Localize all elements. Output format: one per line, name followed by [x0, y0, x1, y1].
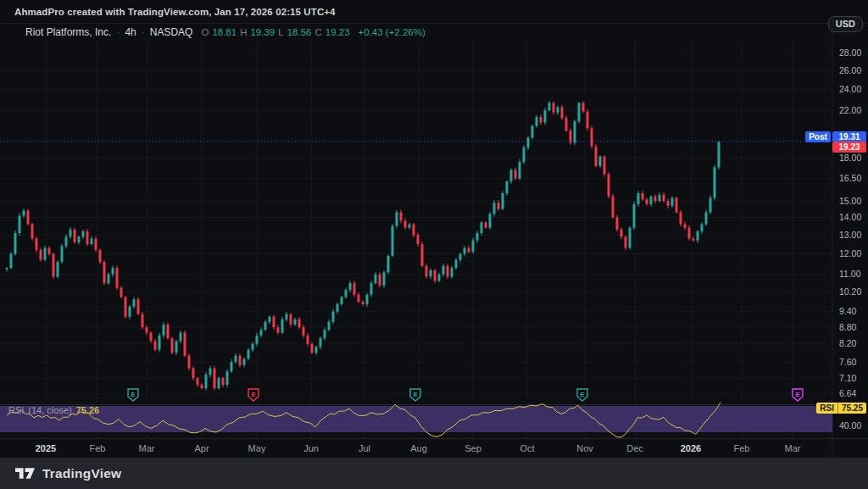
candlestick-series — [6, 101, 721, 391]
svg-text:Oct: Oct — [520, 443, 534, 453]
svg-text:Dec: Dec — [626, 443, 643, 453]
tradingview-footer: TradingView — [0, 458, 868, 489]
screenshot-header-bar: AhmadPro created with TradingView.com, J… — [0, 0, 868, 24]
currency-toggle-button[interactable]: USD — [828, 16, 863, 32]
close-label: C — [314, 27, 321, 37]
svg-text:18.00: 18.00 — [839, 153, 861, 163]
change-value: +0.43 (+2.26%) — [359, 27, 426, 37]
earnings-markers: EEEEE — [128, 389, 803, 401]
rsi-params: (14, close) — [28, 405, 71, 415]
time-axis-labels[interactable]: 2025FebMarAprMayJunJulAugSepOctNovDec202… — [36, 443, 801, 453]
exchange-label: NASDAQ — [150, 26, 193, 38]
rsi-badge-value: 75.25 — [838, 403, 866, 414]
legend-separator: · — [142, 26, 145, 38]
rsi-indicator-legend[interactable]: RSI (14, close) 75.26 — [8, 405, 99, 415]
tradingview-logo-icon[interactable] — [15, 465, 35, 481]
attribution-note: AhmadPro created with TradingView.com, J… — [14, 7, 336, 17]
svg-text:Feb: Feb — [734, 443, 750, 453]
interval-label[interactable]: 4h — [125, 26, 136, 38]
svg-text:Aug: Aug — [410, 443, 427, 453]
svg-text:13.00: 13.00 — [839, 230, 861, 240]
svg-text:15.00: 15.00 — [839, 196, 861, 206]
svg-text:Jul: Jul — [359, 443, 370, 453]
rsi-current-value: 75.26 — [76, 405, 100, 415]
svg-text:2026: 2026 — [681, 443, 701, 453]
low-value: 18.56 — [287, 27, 312, 37]
chart-canvas[interactable]: EEEEE28.0026.0024.0022.0018.0016.5015.00… — [0, 0, 868, 489]
svg-text:Nov: Nov — [576, 443, 593, 453]
svg-text:28.00: 28.00 — [839, 47, 861, 58]
rsi-name: RSI — [8, 405, 24, 415]
tradingview-brand-text[interactable]: TradingView — [42, 466, 121, 481]
svg-text:E: E — [580, 391, 584, 398]
svg-text:Feb: Feb — [90, 443, 106, 453]
svg-text:10.20: 10.20 — [839, 286, 861, 297]
low-label: L — [278, 27, 283, 37]
svg-text:7.60: 7.60 — [839, 357, 857, 367]
svg-text:E: E — [131, 391, 135, 398]
svg-text:May: May — [248, 443, 266, 453]
legend-separator: · — [116, 26, 120, 38]
svg-text:16.50: 16.50 — [839, 173, 861, 183]
tradingview-chart-window: EEEEE28.0026.0024.0022.0018.0016.5015.00… — [0, 0, 868, 489]
svg-text:E: E — [413, 391, 417, 398]
open-label: O — [201, 27, 209, 37]
last-price-label: 19.23 — [832, 142, 866, 153]
ohlc-values: O 18.81 H 19.39 L 18.56 C 19.23 — [201, 27, 349, 37]
svg-text:11.00: 11.00 — [839, 269, 861, 279]
rsi-badge-label: RSI — [816, 403, 838, 414]
svg-text:7.10: 7.10 — [839, 373, 857, 383]
svg-text:Apr: Apr — [194, 443, 209, 453]
svg-text:24.00: 24.00 — [839, 84, 861, 94]
svg-text:22.00: 22.00 — [839, 105, 861, 115]
svg-text:14.00: 14.00 — [839, 212, 861, 222]
svg-text:Mar: Mar — [139, 443, 155, 453]
horizontal-gridlines — [0, 53, 832, 394]
rsi-axis-badge: RSI 75.25 — [816, 403, 866, 414]
svg-text:12.00: 12.00 — [839, 248, 861, 258]
open-value: 18.81 — [212, 27, 236, 37]
svg-text:Jun: Jun — [303, 443, 319, 453]
symbol-legend[interactable]: Riot Platforms, Inc. · 4h · NASDAQ O 18.… — [25, 26, 426, 38]
high-value: 19.39 — [250, 27, 275, 37]
rsi-axis-label: 40.00 — [839, 420, 861, 431]
svg-text:2025: 2025 — [36, 443, 56, 453]
price-axis-labels[interactable]: 28.0026.0024.0022.0018.0016.5015.0014.00… — [839, 47, 861, 398]
post-badge: Post — [805, 131, 831, 142]
close-value: 19.23 — [326, 27, 350, 37]
svg-text:Mar: Mar — [785, 443, 801, 453]
svg-text:26.00: 26.00 — [839, 65, 861, 75]
svg-text:E: E — [251, 391, 255, 398]
high-label: H — [240, 27, 247, 37]
svg-text:E: E — [795, 391, 799, 398]
svg-text:8.20: 8.20 — [839, 338, 857, 348]
svg-text:9.40: 9.40 — [839, 306, 857, 316]
svg-text:8.80: 8.80 — [839, 322, 857, 332]
svg-text:Sep: Sep — [465, 443, 481, 453]
svg-text:6.64: 6.64 — [839, 388, 857, 398]
symbol-title[interactable]: Riot Platforms, Inc. — [25, 26, 111, 38]
